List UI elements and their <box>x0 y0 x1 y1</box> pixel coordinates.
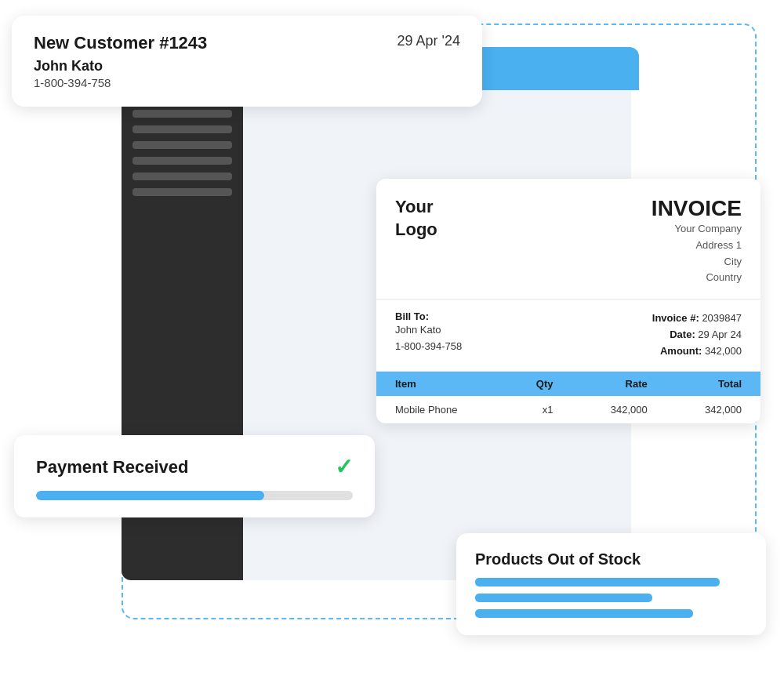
invoice-company-line1: Your Company <box>652 221 742 238</box>
invoice-title-block: INVOICE Your Company Address 1 City Coun… <box>652 196 742 286</box>
stock-line-2 <box>475 594 652 602</box>
bill-to-label: Bill To: <box>395 310 462 322</box>
col-qty: Qty <box>503 372 572 396</box>
payment-progress-bar-fill <box>36 491 264 500</box>
sidebar-line <box>132 188 232 196</box>
bill-to-name: John Kato <box>395 322 462 339</box>
customer-card: New Customer #1243 29 Apr '24 John Kato … <box>12 16 482 107</box>
item-name: Mobile Phone <box>376 396 503 423</box>
invoice-number: Invoice #: 2039847 <box>652 310 742 327</box>
customer-title: New Customer #1243 <box>34 33 207 53</box>
table-row: Mobile Phone x1 342,000 342,000 <box>376 396 760 423</box>
sidebar-line <box>132 172 232 180</box>
checkmark-icon: ✓ <box>335 454 353 480</box>
stock-line-1 <box>475 578 720 586</box>
customer-phone: 1-800-394-758 <box>34 76 460 89</box>
invoice-date: Date: 29 Apr 24 <box>652 327 742 343</box>
item-qty: x1 <box>503 396 572 423</box>
invoice-meta: Bill To: John Kato 1-800-394-758 Invoice… <box>376 300 760 371</box>
sidebar-line <box>132 141 232 149</box>
payment-header: Payment Received ✓ <box>36 454 353 480</box>
sidebar-line <box>132 125 232 133</box>
stock-lines <box>475 578 747 618</box>
customer-name: John Kato <box>34 58 460 74</box>
invoice-company-line2: Address 1 <box>652 238 742 254</box>
sidebar-line <box>132 157 232 165</box>
bill-to-phone: 1-800-394-758 <box>395 339 462 355</box>
stock-line-3 <box>475 609 693 618</box>
invoice-amount: Amount: 342,000 <box>652 343 742 360</box>
stock-card: Products Out of Stock <box>456 533 766 635</box>
col-total: Total <box>666 372 760 396</box>
col-item: Item <box>376 372 503 396</box>
invoice-details: Invoice #: 2039847 Date: 29 Apr 24 Amoun… <box>652 310 742 359</box>
customer-card-header: New Customer #1243 29 Apr '24 <box>34 33 460 53</box>
invoice-card: YourLogo INVOICE Your Company Address 1 … <box>376 179 760 423</box>
customer-date: 29 Apr '24 <box>397 33 461 49</box>
invoice-heading: INVOICE <box>652 196 742 221</box>
col-rate: Rate <box>572 372 666 396</box>
payment-progress-bar-bg <box>36 491 353 500</box>
item-rate: 342,000 <box>572 396 666 423</box>
payment-title: Payment Received <box>36 457 188 477</box>
invoice-company-line4: Country <box>652 270 742 286</box>
invoice-logo: YourLogo <box>395 196 437 241</box>
payment-card: Payment Received ✓ <box>14 435 375 517</box>
bill-to: Bill To: John Kato 1-800-394-758 <box>395 310 462 359</box>
stock-title: Products Out of Stock <box>475 550 747 568</box>
invoice-table: Item Qty Rate Total Mobile Phone x1 342,… <box>376 372 760 423</box>
invoice-top: YourLogo INVOICE Your Company Address 1 … <box>376 179 760 300</box>
item-total: 342,000 <box>666 396 760 423</box>
invoice-company-line3: City <box>652 254 742 271</box>
sidebar-line <box>132 110 232 118</box>
